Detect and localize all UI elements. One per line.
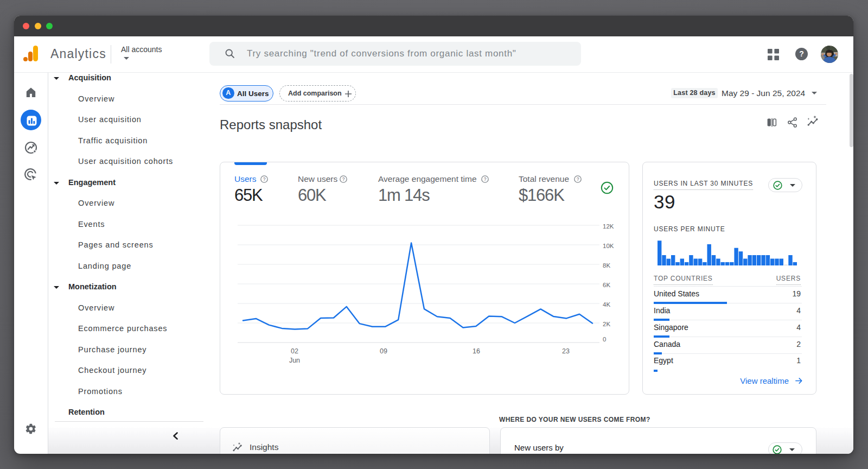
- svg-text:4K: 4K: [603, 301, 610, 308]
- svg-text:12K: 12K: [603, 223, 614, 230]
- svg-text:8K: 8K: [603, 262, 610, 269]
- svg-text:Jun: Jun: [289, 357, 300, 364]
- svg-text:23: 23: [562, 347, 570, 355]
- svg-text:09: 09: [380, 347, 387, 355]
- svg-text:02: 02: [291, 347, 298, 355]
- svg-text:16: 16: [473, 347, 480, 355]
- svg-text:0: 0: [603, 336, 606, 343]
- svg-text:10K: 10K: [603, 243, 614, 249]
- svg-text:6K: 6K: [603, 282, 610, 288]
- svg-text:2K: 2K: [603, 321, 610, 327]
